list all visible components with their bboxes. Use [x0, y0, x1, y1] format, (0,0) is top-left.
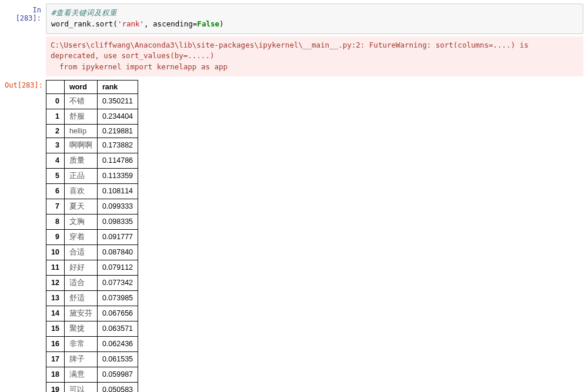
table-row: 9穿着0.091777 [46, 229, 138, 244]
row-rank: 0.350211 [97, 93, 138, 109]
row-word: 不错 [64, 93, 97, 109]
row-rank: 0.099333 [97, 199, 138, 214]
row-index: 4 [46, 153, 65, 168]
row-index: 0 [46, 93, 65, 109]
row-rank: 0.073985 [97, 290, 138, 306]
row-index: 17 [46, 351, 65, 367]
row-rank: 0.114786 [97, 153, 138, 168]
row-rank: 0.113359 [97, 168, 138, 183]
warning-area: C:\Users\cliffwang\Anaconda3\lib\site-pa… [46, 36, 583, 76]
warning-line2: from ipykernel import kernelapp as app [51, 62, 228, 71]
row-word: 牌子 [64, 351, 97, 367]
table-row: 1舒服0.234404 [46, 109, 138, 124]
output-cell: Out[283]: word rank 0不错0.3502111舒服0.2344… [5, 79, 583, 392]
row-index: 16 [46, 336, 65, 351]
row-index: 9 [46, 229, 65, 244]
table-row: 14黛安芬0.067656 [46, 306, 138, 321]
code-false: False [197, 19, 219, 28]
row-word: 啊啊啊 [64, 138, 97, 153]
dataframe-table: word rank 0不错0.3502111舒服0.2344042hellip0… [46, 80, 138, 392]
row-word: 合适 [64, 244, 97, 260]
table-row: 10合适0.087840 [46, 244, 138, 260]
table-row: 18满意0.059987 [46, 367, 138, 382]
table-row: 7夏天0.099333 [46, 199, 138, 214]
row-rank: 0.077342 [97, 275, 138, 290]
row-rank: 0.108114 [97, 183, 138, 199]
row-index: 5 [46, 168, 65, 183]
table-row: 19可以0.050583 [46, 382, 138, 392]
row-rank: 0.062436 [97, 336, 138, 351]
row-rank: 0.219881 [97, 124, 138, 138]
table-row: 3啊啊啊0.173882 [46, 138, 138, 153]
row-word: 舒服 [64, 109, 97, 124]
row-rank: 0.098335 [97, 214, 138, 229]
row-word: 喜欢 [64, 183, 97, 199]
row-word: 文胸 [64, 214, 97, 229]
row-index: 12 [46, 275, 65, 290]
warning-line1: C:\Users\cliffwang\Anaconda3\lib\site-pa… [51, 41, 533, 61]
code-mid: , ascending= [144, 19, 197, 28]
header-index [46, 80, 65, 93]
table-row: 17牌子0.061535 [46, 351, 138, 367]
row-rank: 0.087840 [97, 244, 138, 260]
row-rank: 0.079112 [97, 260, 138, 275]
input-cell: In [283]: #查看关键词及权重 word_rank.sort('rank… [5, 4, 583, 76]
header-word: word [64, 80, 97, 93]
row-rank: 0.173882 [97, 138, 138, 153]
code-arg: 'rank' [118, 19, 144, 28]
row-rank: 0.234404 [97, 109, 138, 124]
row-word: 满意 [64, 367, 97, 382]
table-row: 5正品0.113359 [46, 168, 138, 183]
row-index: 3 [46, 138, 65, 153]
table-row: 12适合0.077342 [46, 275, 138, 290]
row-index: 7 [46, 199, 65, 214]
row-index: 18 [46, 367, 65, 382]
row-word: 穿着 [64, 229, 97, 244]
row-rank: 0.050583 [97, 382, 138, 392]
row-index: 6 [46, 183, 65, 199]
table-row: 6喜欢0.108114 [46, 183, 138, 199]
table-row: 13舒适0.073985 [46, 290, 138, 306]
row-index: 2 [46, 124, 65, 138]
row-word: 质量 [64, 153, 97, 168]
table-header-row: word rank [46, 80, 138, 93]
row-rank: 0.059987 [97, 367, 138, 382]
row-word: 正品 [64, 168, 97, 183]
header-rank: rank [97, 80, 138, 93]
row-word: 舒适 [64, 290, 97, 306]
row-index: 8 [46, 214, 65, 229]
row-word: hellip [64, 124, 97, 138]
code-area[interactable]: #查看关键词及权重 word_rank.sort('rank', ascendi… [46, 4, 583, 34]
row-word: 适合 [64, 275, 97, 290]
row-rank: 0.067656 [97, 306, 138, 321]
table-row: 8文胸0.098335 [46, 214, 138, 229]
row-index: 15 [46, 321, 65, 336]
output-prompt: Out[283]: [5, 79, 46, 89]
row-index: 11 [46, 260, 65, 275]
table-row: 15聚拢0.063571 [46, 321, 138, 336]
row-word: 聚拢 [64, 321, 97, 336]
row-word: 非常 [64, 336, 97, 351]
code-suffix: ) [219, 19, 224, 28]
code-prefix: word_rank.sort( [51, 19, 118, 28]
row-word: 夏天 [64, 199, 97, 214]
row-word: 黛安芬 [64, 306, 97, 321]
row-word: 好好 [64, 260, 97, 275]
table-row: 4质量0.114786 [46, 153, 138, 168]
table-row: 16非常0.062436 [46, 336, 138, 351]
row-index: 19 [46, 382, 65, 392]
row-rank: 0.063571 [97, 321, 138, 336]
row-index: 1 [46, 109, 65, 124]
row-rank: 0.091777 [97, 229, 138, 244]
table-row: 0不错0.350211 [46, 93, 138, 109]
row-index: 14 [46, 306, 65, 321]
row-index: 13 [46, 290, 65, 306]
row-index: 10 [46, 244, 65, 260]
table-row: 11好好0.079112 [46, 260, 138, 275]
table-row: 2hellip0.219881 [46, 124, 138, 138]
row-word: 可以 [64, 382, 97, 392]
input-prompt: In [283]: [5, 4, 46, 22]
row-rank: 0.061535 [97, 351, 138, 367]
code-comment: #查看关键词及权重 [51, 8, 117, 17]
